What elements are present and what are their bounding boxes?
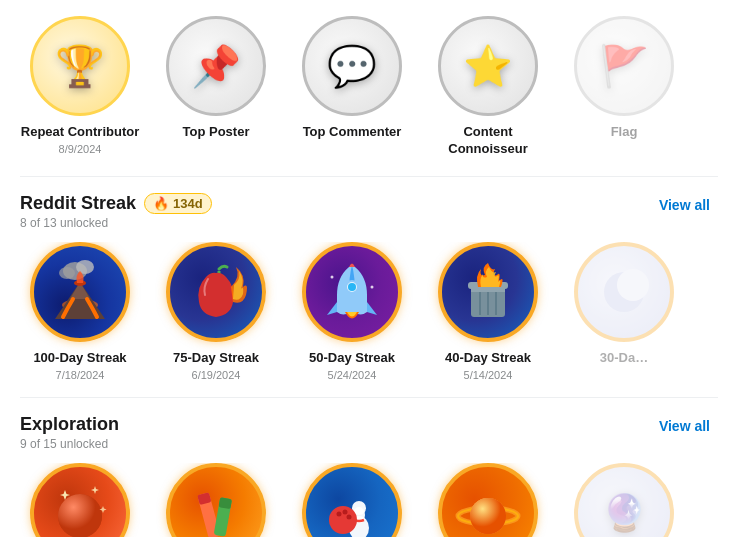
- badge-circle: [302, 242, 402, 342]
- svg-point-8: [331, 275, 334, 278]
- badge-circle: 📌: [166, 16, 266, 116]
- craft-icon: [181, 478, 251, 537]
- svg-point-12: [348, 283, 356, 291]
- badge-circle: 🔮: [574, 463, 674, 537]
- volcano-icon: [45, 257, 115, 327]
- streak-badge-50[interactable]: 50-Day Streak 5/24/2024: [292, 242, 412, 381]
- badge-circle: [574, 242, 674, 342]
- svg-point-9: [371, 285, 374, 288]
- badge-circle: [166, 242, 266, 342]
- streak-title-row: Reddit Streak 🔥 134d: [20, 193, 212, 214]
- explore-badge-4[interactable]: [428, 463, 548, 537]
- streak-badge-100[interactable]: 100-Day Streak 7/18/2024: [20, 242, 140, 381]
- bowling-icon: [317, 478, 387, 537]
- badge-name: Flag: [611, 124, 638, 141]
- exploration-section: Exploration 9 of 15 unlocked View all: [0, 398, 738, 537]
- planet-fire-icon: [45, 478, 115, 537]
- badge-circle: [438, 242, 538, 342]
- exploration-badges-row: 🔮: [20, 463, 718, 537]
- streak-badges-row: 100-Day Streak 7/18/2024: [20, 242, 718, 381]
- badge-name: Top Poster: [183, 124, 250, 141]
- svg-point-31: [329, 506, 357, 534]
- svg-point-33: [343, 509, 348, 514]
- exploration-title: Exploration: [20, 414, 119, 434]
- badge-icon: 🏆: [55, 46, 105, 86]
- badge-circle: ⭐: [438, 16, 538, 116]
- exploration-view-all[interactable]: View all: [651, 414, 718, 438]
- badge-name: 75-Day Streak: [173, 350, 259, 367]
- top-badges-row: 🏆 Repeat Contributor 8/9/2024 📌 Top Post…: [20, 16, 718, 160]
- badge-circle: 🚩: [574, 16, 674, 116]
- streak-title: Reddit Streak: [20, 193, 136, 214]
- streak-badge: 🔥 134d: [144, 193, 212, 214]
- trash-fire-icon: [453, 257, 523, 327]
- badge-icon: 💬: [327, 46, 377, 86]
- svg-rect-27: [218, 497, 232, 509]
- badge-name: Repeat Contributor: [21, 124, 139, 141]
- svg-point-34: [347, 514, 352, 519]
- top-badges-section: 🏆 Repeat Contributor 8/9/2024 📌 Top Post…: [0, 0, 738, 176]
- badge-name: 50-Day Streak: [309, 350, 395, 367]
- badge-date: 7/18/2024: [56, 369, 105, 381]
- explore-badge-5[interactable]: 🔮: [564, 463, 684, 537]
- badge-circle: [30, 463, 130, 537]
- pepper-icon: [181, 257, 251, 327]
- badge-icon: 📌: [191, 46, 241, 86]
- badge-name: 100-Day Streak: [33, 350, 126, 367]
- badge-circle: 💬: [302, 16, 402, 116]
- badge-name: Content Connoisseur: [428, 124, 548, 158]
- streak-section-header: Reddit Streak 🔥 134d 8 of 13 unlocked Vi…: [20, 193, 718, 230]
- fire-emoji: 🔥: [153, 196, 169, 211]
- exploration-unlocked: 9 of 15 unlocked: [20, 437, 119, 451]
- streak-days: 134d: [173, 196, 203, 211]
- svg-point-1: [76, 260, 94, 274]
- badge-circle: 🏆: [30, 16, 130, 116]
- streak-section: Reddit Streak 🔥 134d 8 of 13 unlocked Vi…: [0, 177, 738, 397]
- streak-unlocked: 8 of 13 unlocked: [20, 216, 212, 230]
- badge-name: 40-Day Streak: [445, 350, 531, 367]
- badge-icon: ⭐: [463, 46, 513, 86]
- badge-item[interactable]: 💬 Top Commenter: [292, 16, 412, 160]
- badge-date: 6/19/2024: [192, 369, 241, 381]
- streak-badge-75[interactable]: 75-Day Streak 6/19/2024: [156, 242, 276, 381]
- badge-circle: [438, 463, 538, 537]
- badge-date: 5/24/2024: [328, 369, 377, 381]
- exploration-section-header: Exploration 9 of 15 unlocked View all: [20, 414, 718, 451]
- exploration-title-block: Exploration 9 of 15 unlocked: [20, 414, 119, 451]
- badge-date: 5/14/2024: [464, 369, 513, 381]
- saturn-icon: [453, 478, 523, 537]
- svg-point-2: [59, 267, 75, 279]
- badge-circle: [302, 463, 402, 537]
- rocket-icon: [317, 257, 387, 327]
- badge-date: 8/9/2024: [59, 143, 102, 155]
- badge-name: 30-Da…: [600, 350, 648, 367]
- badge-circle: [30, 242, 130, 342]
- badge-icon: 🔮: [602, 495, 647, 531]
- streak-badge-40[interactable]: 40-Day Streak 5/14/2024: [428, 242, 548, 381]
- streak-title-block: Reddit Streak 🔥 134d 8 of 13 unlocked: [20, 193, 212, 230]
- streak-badge-30[interactable]: 30-Da…: [564, 242, 684, 381]
- badge-item[interactable]: ⭐ Content Connoisseur: [428, 16, 548, 160]
- svg-point-21: [617, 269, 649, 301]
- badge-circle: [166, 463, 266, 537]
- explore-badge-2[interactable]: [156, 463, 276, 537]
- explore-badge-1[interactable]: [20, 463, 140, 537]
- badge-item[interactable]: 🏆 Repeat Contributor 8/9/2024: [20, 16, 140, 160]
- svg-point-39: [470, 498, 506, 534]
- badge-name: Top Commenter: [303, 124, 402, 141]
- badge-item[interactable]: 📌 Top Poster: [156, 16, 276, 160]
- streak-view-all[interactable]: View all: [651, 193, 718, 217]
- svg-point-23: [58, 494, 102, 537]
- explore-badge-3[interactable]: [292, 463, 412, 537]
- badge-item[interactable]: 🚩 Flag: [564, 16, 684, 160]
- moon-icon: [589, 257, 659, 327]
- svg-point-32: [337, 511, 342, 516]
- badge-icon: 🚩: [599, 46, 649, 86]
